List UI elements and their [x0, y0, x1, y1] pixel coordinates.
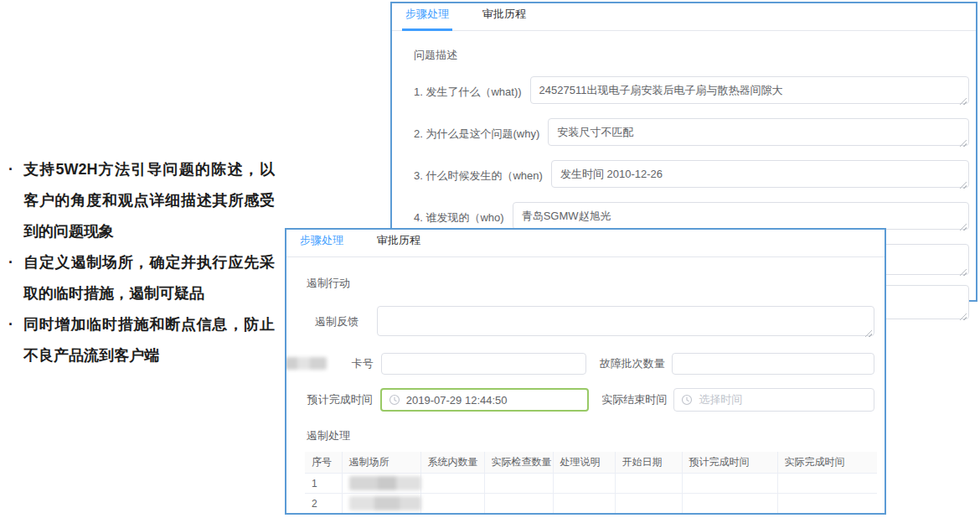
- tab-approval-history[interactable]: 审批历程: [374, 228, 424, 256]
- field-what-input[interactable]: 24527511出现电子扇安装后电子扇与散热器间隙大: [530, 76, 969, 104]
- redacted-text: [349, 476, 421, 490]
- redacted-text: [349, 496, 421, 510]
- containment-panel-tabbar: 步骤处理 审批历程: [286, 230, 885, 257]
- intro-bullet-3: · 同时增加临时措施和断点信息，防止不良产品流到客户端: [5, 309, 275, 371]
- planned-finish-input[interactable]: 2019-07-29 12:44:50: [380, 388, 590, 412]
- cell-index: 2: [305, 494, 342, 514]
- cell-place: [342, 474, 420, 494]
- field-when: 3. 什么时候发生的（when) 发生时间 2010-12-26: [414, 160, 969, 191]
- tab-step-processing[interactable]: 步骤处理: [297, 228, 347, 256]
- clock-icon: [681, 394, 693, 406]
- col-header-planned-finish: 预计完成时间: [682, 452, 777, 474]
- cell-index: 3: [305, 514, 342, 515]
- containment-feedback-input[interactable]: [377, 306, 874, 336]
- section-title-containment-handling: 遏制处理: [307, 428, 874, 443]
- col-header-index: 序号: [305, 452, 342, 474]
- bullet-marker: ·: [8, 309, 13, 340]
- card-fault-row: 卡号 故障批次数量: [305, 353, 874, 375]
- problem-panel-tabbar: 步骤处理 审批历程: [392, 3, 976, 31]
- table-row[interactable]: 1: [305, 474, 877, 494]
- redacted-label-prefix: [285, 357, 327, 370]
- field-who-label: 4. 谁发现的（who): [414, 210, 504, 225]
- containment-feedback-row: 遏制反馈: [305, 306, 874, 339]
- cell-index: 1: [305, 474, 342, 494]
- col-header-place: 遏制场所: [342, 452, 420, 474]
- col-header-actual-finish: 实际完成时间: [777, 452, 877, 474]
- field-what: 1. 发生了什么（what)) 24527511出现电子扇安装后电子扇与散热器间…: [414, 76, 969, 107]
- time-row: 预计完成时间 2019-07-29 12:44:50 实际结束时间 选择时间: [305, 388, 874, 412]
- table-row[interactable]: 2: [305, 494, 877, 514]
- containment-feedback-label: 遏制反馈: [305, 314, 358, 329]
- fault-batch-label: 故障批次数量: [598, 356, 665, 371]
- field-why-input[interactable]: 安装尺寸不匹配: [548, 118, 969, 146]
- card-number-input[interactable]: [381, 353, 586, 375]
- field-why-label: 2. 为什么是这个问题(why): [414, 127, 539, 142]
- field-who-input[interactable]: 青岛SGMW赵旭光: [513, 202, 969, 230]
- planned-finish-value: 2019-07-29 12:44:50: [406, 394, 508, 407]
- field-when-label: 3. 什么时候发生的（when): [414, 168, 543, 184]
- section-title-problem-description: 问题描述: [414, 48, 969, 63]
- col-header-checked-qty: 实际检查数量: [484, 452, 553, 474]
- table-row[interactable]: 3: [305, 514, 877, 515]
- intro-bullet-2: · 自定义遏制场所，确定并执行应先采取的临时措施，遏制可疑品: [5, 247, 275, 309]
- intro-bullet-2-text: 自定义遏制场所，确定并执行应先采取的临时措施，遏制可疑品: [23, 254, 275, 302]
- clock-icon: [389, 394, 400, 406]
- bullet-marker: ·: [8, 247, 13, 278]
- table-header-row: 序号 遏制场所 系统内数量 实际检查数量 处理说明 开始日期 预计完成时间 实际…: [305, 452, 877, 474]
- actual-finish-input[interactable]: 选择时间: [673, 388, 874, 412]
- containment-action-panel: 步骤处理 审批历程 遏制行动 遏制反馈 卡号 故障批次数量 预计完成时间: [285, 228, 886, 515]
- card-number-label: 卡号: [305, 356, 374, 371]
- field-what-label: 1. 发生了什么（what)): [414, 85, 522, 100]
- col-header-handling-note: 处理说明: [553, 452, 615, 474]
- tab-step-processing[interactable]: 步骤处理: [402, 0, 452, 30]
- field-why: 2. 为什么是这个问题(why) 安装尺寸不匹配: [414, 118, 969, 149]
- section-title-containment-action: 遏制行动: [307, 276, 874, 291]
- actual-finish-placeholder: 选择时间: [699, 392, 742, 407]
- intro-bullet-list: · 支持5W2H方法引导问题的陈述，以客户的角度和观点详细描述其所感受到的问题现…: [5, 154, 275, 371]
- fault-batch-input[interactable]: [672, 353, 874, 375]
- cell-place: [342, 494, 420, 514]
- cell-place: [342, 514, 420, 515]
- col-header-start-date: 开始日期: [615, 452, 682, 474]
- planned-finish-label: 预计完成时间: [305, 392, 373, 407]
- tab-approval-history[interactable]: 审批历程: [479, 0, 529, 30]
- containment-table: 序号 遏制场所 系统内数量 实际检查数量 处理说明 开始日期 预计完成时间 实际…: [305, 452, 877, 515]
- bullet-marker: ·: [8, 154, 13, 185]
- actual-finish-label: 实际结束时间: [601, 392, 667, 407]
- intro-bullet-1-text: 支持5W2H方法引导问题的陈述，以客户的角度和观点详细描述其所感受到的问题现象: [23, 161, 275, 240]
- intro-bullet-1: · 支持5W2H方法引导问题的陈述，以客户的角度和观点详细描述其所感受到的问题现…: [5, 154, 275, 247]
- intro-bullet-3-text: 同时增加临时措施和断点信息，防止不良产品流到客户端: [23, 316, 275, 364]
- field-when-input[interactable]: 发生时间 2010-12-26: [551, 160, 969, 188]
- col-header-system-qty: 系统内数量: [420, 452, 484, 474]
